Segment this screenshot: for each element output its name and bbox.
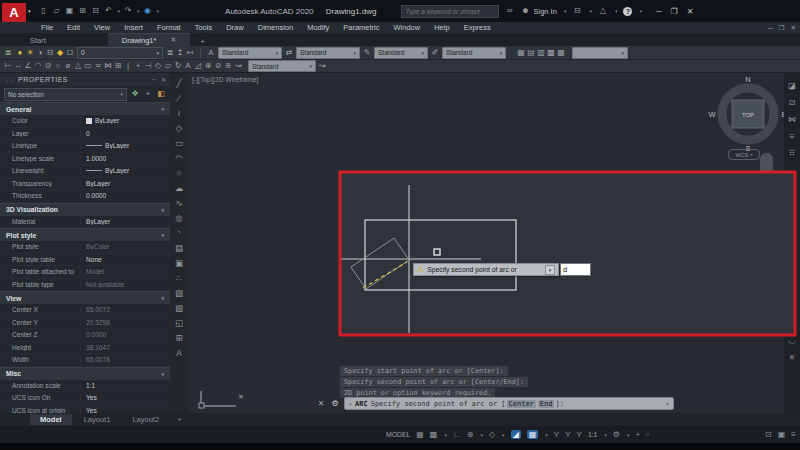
layer-thaw-sun-icon[interactable]: ☀ (25, 48, 35, 58)
share-caret-icon[interactable]: ▾ (157, 8, 160, 14)
doc-close-button[interactable]: ✕ (791, 24, 796, 32)
dim-text-icon[interactable]: A (183, 61, 193, 71)
qleader-icon[interactable]: ⊘ (213, 61, 223, 71)
table-style-dropdown[interactable]: Standard▾ (374, 47, 428, 59)
dim-diameter-icon[interactable]: ⌀ (63, 61, 73, 71)
circle-icon[interactable]: ○ (176, 166, 181, 181)
menu-express[interactable]: Express (457, 23, 498, 32)
share-icon[interactable]: ◉ (143, 6, 153, 16)
section-header-view[interactable]: View▾ (0, 291, 170, 304)
cart-caret-icon[interactable]: ▾ (589, 8, 592, 14)
menu-dimension[interactable]: Dimension (251, 23, 300, 32)
layer-freeze-viewport-icon[interactable]: ◑ (35, 48, 45, 58)
dim-aligned-icon[interactable]: ↔ (13, 61, 23, 71)
recent-commands-caret-icon[interactable]: ▾ (349, 401, 352, 407)
workspace-switching-icon[interactable]: ⚙ (613, 430, 620, 439)
dim-center-mark-icon[interactable]: + (133, 61, 143, 71)
line-icon[interactable]: ╱ (176, 76, 181, 91)
property-value[interactable]: None (80, 256, 170, 263)
help-caret-icon[interactable]: ▾ (639, 8, 642, 14)
table-icon[interactable]: ⊞ (175, 331, 182, 346)
dim-linear-icon[interactable]: ⊢ (3, 61, 13, 71)
viewcube-west[interactable]: W (708, 110, 716, 119)
palette-close-icon[interactable]: ✕ (161, 76, 166, 83)
menu-insert[interactable]: Insert (117, 23, 150, 32)
region-icon[interactable]: ◱ (175, 316, 183, 331)
tab-start[interactable]: Start (16, 34, 60, 46)
property-value[interactable]: Yes (80, 394, 170, 401)
command-close-icon[interactable]: ✕ (316, 399, 326, 409)
selection-dropdown[interactable]: No selection ▾ (4, 88, 127, 101)
layout-tab-model[interactable]: Model (30, 414, 72, 425)
tab-close-icon[interactable]: ✕ (170, 36, 176, 44)
insert-block-icon[interactable]: ▤ (175, 241, 183, 256)
menu-parametric[interactable]: Parametric (336, 23, 386, 32)
point-icon[interactable]: ∴ (176, 271, 181, 286)
undo-caret-icon[interactable]: ▾ (118, 8, 121, 14)
viewcube-north[interactable]: N (745, 75, 750, 84)
join-icon[interactable]: ∪ (789, 298, 795, 315)
text-style-dropdown[interactable]: Standard▾ (218, 47, 282, 59)
dim-update-icon[interactable]: ↝ (317, 61, 327, 71)
workspace-switching-caret-icon[interactable]: ▾ (627, 432, 630, 438)
property-value[interactable]: ByLayer (80, 218, 170, 225)
new-file-icon[interactable]: ▯ (39, 6, 49, 16)
trim-icon[interactable]: ✂ (789, 230, 796, 247)
redo-caret-icon[interactable]: ▾ (137, 8, 140, 14)
menu-format[interactable]: Format (150, 23, 188, 32)
dim-angular-icon[interactable]: ∠ (23, 61, 33, 71)
menu-help[interactable]: Help (427, 23, 456, 32)
ellipse-icon[interactable]: ◎ (175, 211, 182, 226)
stretch-icon[interactable]: ⇘ (789, 213, 796, 230)
app-menu-caret-icon[interactable]: ▾ (28, 8, 31, 14)
arc-icon[interactable]: ◠ (175, 151, 182, 166)
close-button[interactable]: ✕ (687, 7, 694, 16)
select-objects-icon[interactable]: + (143, 89, 153, 99)
menu-draw[interactable]: Draw (219, 23, 251, 32)
dim-text-edit-icon[interactable]: ◇ (153, 61, 163, 71)
menu-edit[interactable]: Edit (60, 23, 87, 32)
extend-icon[interactable]: ⊢ (789, 247, 796, 264)
drawing-canvas[interactable]: [-][Top][2D Wireframe] TOP N S W E WCS▾ … (188, 73, 784, 413)
data-link-icon[interactable]: ▥ (536, 48, 546, 58)
property-value[interactable]: 0 (80, 130, 170, 137)
property-value[interactable]: 0.0000 (80, 192, 170, 199)
quick-properties-icon[interactable]: ▫ (646, 430, 649, 439)
property-value[interactable]: ByLayer (80, 167, 170, 174)
dim-current-style-dropdown[interactable]: Standard▾ (248, 60, 316, 72)
insert-table-icon[interactable]: ▦ (516, 48, 526, 58)
hatch-icon[interactable]: ▨ (175, 286, 183, 301)
layer-states-icon[interactable]: ≣ (165, 48, 175, 58)
redo-icon[interactable]: ↷ (123, 6, 133, 16)
menu-file[interactable]: File (34, 23, 60, 32)
app-store-cart-icon[interactable]: ⊟ (572, 6, 582, 16)
navigation-bar[interactable] (760, 153, 773, 254)
new-tab-button[interactable]: + (200, 37, 205, 46)
break-icon[interactable]: ∦ (790, 281, 794, 298)
annotation-scale-icon-icon[interactable]: Y (577, 430, 582, 439)
command-input-bar[interactable]: ▾ ARC Specify second point of arc or [ C… (344, 397, 674, 410)
layer-dropdown[interactable]: 0 ▾ (77, 47, 163, 59)
toggle-pickadd-icon[interactable]: ◧ (156, 89, 166, 99)
make-object-layer-current-icon[interactable]: ↥ (175, 48, 185, 58)
multiline-text-icon[interactable]: A (176, 346, 182, 361)
revision-cloud-icon[interactable]: ☁ (175, 181, 184, 196)
alert-triangle-icon[interactable]: △ (598, 6, 608, 16)
dim-continue-icon[interactable]: ≍ (93, 61, 103, 71)
mleader-style-icon[interactable]: ✐ (430, 48, 440, 58)
command-wrench-icon[interactable]: ⚙ (330, 399, 340, 409)
fillet-icon[interactable]: ◡ (789, 332, 796, 349)
layer-plot-icon[interactable]: ⊟ (45, 48, 55, 58)
isometric-drafting-caret-icon[interactable]: ▾ (502, 432, 505, 438)
match-properties-icon[interactable]: ⇄ (284, 48, 294, 58)
doc-minimize-button[interactable]: ─ (768, 24, 773, 32)
new-layout-button[interactable]: + (177, 415, 182, 424)
dim-arc-length-icon[interactable]: ◠ (33, 61, 43, 71)
polygon-icon[interactable]: ◇ (176, 121, 183, 136)
model-space-toggle[interactable]: MODEL (386, 431, 410, 438)
construction-line-icon[interactable]: ∕ (178, 91, 179, 106)
extract-data-icon[interactable]: ▩ (546, 48, 556, 58)
object-snap-icon[interactable]: ▦ (527, 430, 539, 439)
layer-color-swatch-icon[interactable]: □ (65, 48, 75, 58)
annotation-scale[interactable]: 1:1 (588, 431, 597, 438)
